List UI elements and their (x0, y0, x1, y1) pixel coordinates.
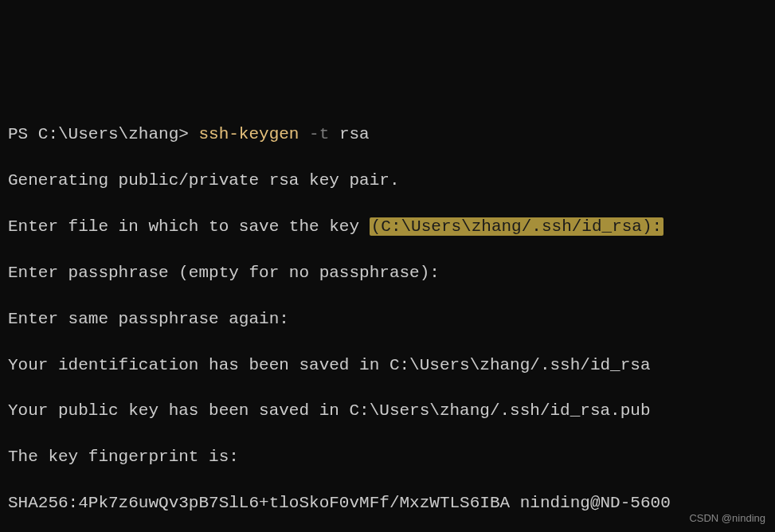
output-line: Enter passphrase (empty for no passphras… (8, 262, 767, 285)
output-text: Enter file in which to save the key (8, 217, 370, 236)
output-line: Enter same passphrase again: (8, 308, 767, 331)
output-line: The key fingerprint is: (8, 446, 767, 469)
terminal-output: PS C:\Users\zhang> ssh-keygen -t rsa Gen… (8, 100, 767, 532)
highlighted-path: (C:\Users\zhang/.ssh/id_rsa): (370, 217, 663, 236)
prompt-path: PS C:\Users\zhang> (8, 125, 198, 143)
output-line: SHA256:4Pk7z6uwQv3pB7SlL6+tloSkoF0vMFf/M… (8, 492, 767, 515)
output-line: Enter file in which to save the key (C:\… (8, 216, 767, 239)
output-line: Your identification has been saved in C:… (8, 354, 767, 377)
prompt-line-1: PS C:\Users\zhang> ssh-keygen -t rsa (8, 123, 767, 147)
command-arg: rsa (329, 125, 369, 143)
command-name: ssh-keygen (198, 125, 299, 143)
output-line: Generating public/private rsa key pair. (8, 170, 767, 193)
command-flag: -t (299, 125, 329, 143)
watermark-text: CSDN @ninding (689, 511, 765, 526)
output-line: Your public key has been saved in C:\Use… (8, 400, 767, 423)
